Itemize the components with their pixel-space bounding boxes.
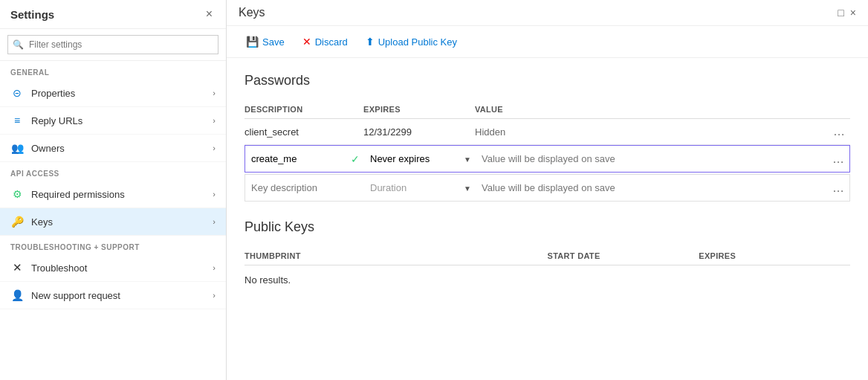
troubleshooting-section-label: TROUBLESHOOTING + SUPPORT	[0, 236, 226, 254]
new-row-1-value-input[interactable]	[476, 149, 827, 169]
new-row-2-more-button[interactable]: …	[827, 181, 849, 195]
upload-icon: ⬆	[366, 36, 375, 48]
toolbar: 💾 Save ✕ Discard ⬆ Upload Public Key	[227, 26, 868, 58]
filter-settings-input[interactable]	[7, 35, 218, 54]
main-content: Passwords DESCRIPTION EXPIRES VALUE clie…	[227, 58, 868, 380]
existing-description: client_secret	[244, 126, 363, 138]
reply-urls-chevron: ›	[213, 116, 216, 125]
new-row-2-description-cell	[245, 178, 364, 198]
password-row-existing: client_secret 12/31/2299 Hidden …	[244, 119, 850, 145]
properties-icon: ⊝	[10, 86, 24, 100]
check-icon: ✓	[351, 153, 364, 165]
existing-expires: 12/31/2299	[363, 126, 475, 138]
col-pub-expires: EXPIRES	[699, 251, 850, 260]
required-permissions-label: Required permissions	[31, 189, 125, 200]
owners-icon: 👥	[10, 141, 24, 155]
new-row-1-more-button[interactable]: …	[827, 152, 849, 166]
keys-label: Keys	[31, 216, 53, 228]
sidebar-item-troubleshoot[interactable]: ✕ Troubleshoot ›	[0, 254, 226, 282]
public-keys-section: Public Keys THUMBPRINT START DATE EXPIRE…	[244, 219, 850, 294]
new-row-1-value-cell	[476, 149, 827, 169]
sidebar-item-owners[interactable]: 👥 Owners ›	[0, 135, 226, 162]
col-value: VALUE	[475, 105, 828, 114]
new-row-2-description-input[interactable]	[245, 178, 364, 198]
new-row-1-expires-select[interactable]: Never expires 1 year 2 years	[364, 149, 476, 169]
new-row-1-description-cell: ✓	[245, 149, 364, 169]
sidebar-header: Settings ×	[0, 0, 226, 29]
troubleshoot-label: Troubleshoot	[31, 263, 87, 274]
sidebar-title: Settings	[10, 8, 54, 21]
panel-header: Keys □ ×	[227, 0, 868, 26]
existing-value: Hidden	[475, 126, 828, 138]
new-row-2-value-input[interactable]	[476, 178, 827, 198]
save-label: Save	[262, 36, 285, 48]
api-section-label: API ACCESS	[0, 162, 226, 181]
col-thumbprint: THUMBPRINT	[244, 251, 548, 260]
save-icon: 💾	[246, 36, 259, 48]
password-new-row-1: ✓ Never expires 1 year 2 years ▼ …	[244, 145, 850, 173]
sidebar-item-required-permissions[interactable]: ⚙ Required permissions ›	[0, 181, 226, 208]
sidebar-item-properties[interactable]: ⊝ Properties ›	[0, 80, 226, 107]
new-row-2-expires-select[interactable]: Duration Never expires 1 year 2 years	[364, 178, 476, 198]
maximize-button[interactable]: □	[838, 7, 843, 19]
col-expires: EXPIRES	[363, 105, 475, 114]
sidebar-item-new-support-request[interactable]: 👤 New support request ›	[0, 282, 226, 309]
window-controls: □ ×	[838, 7, 856, 19]
keys-icon: 🔑	[10, 215, 24, 228]
general-section-label: GENERAL	[0, 61, 226, 80]
existing-row-more-button[interactable]: …	[828, 125, 850, 138]
sidebar-item-keys[interactable]: 🔑 Keys ›	[0, 208, 226, 236]
properties-label: Properties	[31, 88, 75, 99]
main-panel: Keys □ × 💾 Save ✕ Discard ⬆ Upload Publi…	[227, 0, 868, 380]
new-support-request-label: New support request	[31, 290, 120, 301]
save-button[interactable]: 💾 Save	[239, 32, 292, 51]
public-keys-title: Public Keys	[244, 219, 850, 235]
required-permissions-icon: ⚙	[10, 187, 24, 201]
sidebar-search-container: 🔍	[0, 29, 226, 61]
col-description: DESCRIPTION	[244, 105, 363, 114]
sidebar-close-button[interactable]: ×	[203, 7, 216, 21]
close-panel-button[interactable]: ×	[850, 7, 856, 19]
discard-button[interactable]: ✕ Discard	[295, 32, 355, 51]
keys-chevron: ›	[213, 217, 216, 226]
passwords-title: Passwords	[244, 73, 850, 88]
owners-chevron: ›	[213, 144, 216, 152]
panel-title: Keys	[239, 6, 265, 19]
passwords-table-header: DESCRIPTION EXPIRES VALUE	[244, 100, 850, 119]
required-permissions-chevron: ›	[213, 190, 216, 199]
sidebar: Settings × 🔍 GENERAL ⊝ Properties › ≡ Re…	[0, 0, 227, 380]
col-actions	[828, 105, 850, 114]
new-row-2-expires-cell: Duration Never expires 1 year 2 years ▼	[364, 178, 476, 198]
password-new-row-2: Duration Never expires 1 year 2 years ▼ …	[244, 174, 850, 202]
col-start-date: START DATE	[548, 251, 699, 260]
upload-public-key-button[interactable]: ⬆ Upload Public Key	[358, 32, 464, 51]
reply-urls-icon: ≡	[10, 114, 24, 127]
support-icon: 👤	[10, 289, 24, 302]
search-icon: 🔍	[13, 39, 24, 50]
troubleshoot-icon: ✕	[10, 261, 24, 274]
discard-icon: ✕	[302, 36, 311, 48]
reply-urls-label: Reply URLs	[31, 115, 82, 126]
owners-label: Owners	[31, 143, 65, 154]
new-row-1-description-input[interactable]	[245, 149, 351, 169]
no-results-text: No results.	[244, 265, 850, 294]
discard-label: Discard	[315, 36, 348, 48]
new-row-2-value-cell	[476, 178, 827, 198]
passwords-section: Passwords DESCRIPTION EXPIRES VALUE clie…	[244, 73, 850, 202]
new-support-request-chevron: ›	[213, 291, 216, 300]
upload-key-label: Upload Public Key	[378, 36, 457, 48]
public-keys-header: THUMBPRINT START DATE EXPIRES	[244, 247, 850, 265]
new-row-1-expires-cell: Never expires 1 year 2 years ▼	[364, 149, 476, 169]
properties-chevron: ›	[213, 88, 216, 97]
troubleshoot-chevron: ›	[213, 263, 216, 272]
sidebar-item-reply-urls[interactable]: ≡ Reply URLs ›	[0, 107, 226, 135]
